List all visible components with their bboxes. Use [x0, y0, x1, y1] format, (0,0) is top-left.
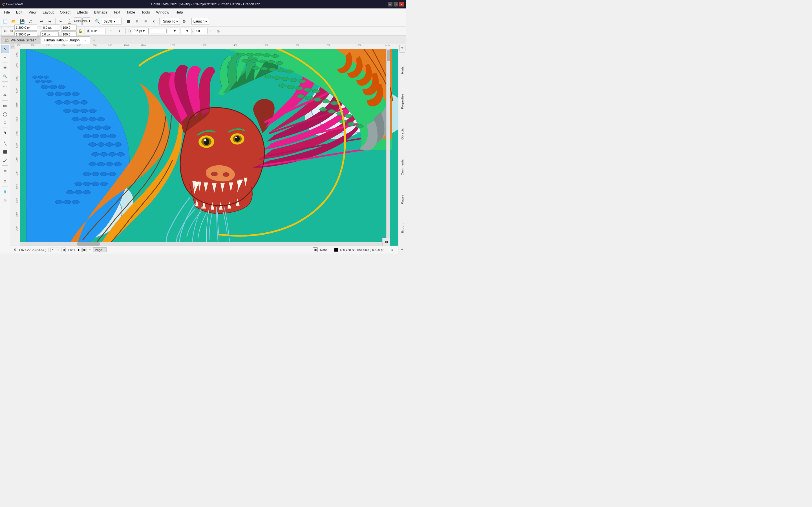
shadow-tool-button[interactable]: ▭	[1, 167, 9, 175]
hints-label[interactable]: Hints	[400, 64, 405, 76]
view4-button[interactable]: ⟪	[150, 17, 158, 25]
cut-button[interactable]: ✂	[57, 17, 65, 25]
view1-button[interactable]: ⬛	[124, 17, 133, 25]
x-position-input[interactable]	[14, 24, 37, 31]
launch-dropdown[interactable]: Launch ▾	[192, 18, 209, 25]
zoom-out-button[interactable]: 🔍	[93, 17, 101, 25]
ruler-left: 2350 2300 2250 2200 2150 2100 2050 2000 …	[15, 49, 20, 245]
last-page-button[interactable]: ⏭	[82, 247, 87, 252]
print-button[interactable]: 🖨	[27, 17, 35, 25]
next-page-button[interactable]: ▶	[77, 247, 82, 252]
corner-inc-button[interactable]: +	[208, 29, 213, 34]
fill-button[interactable]: ▣	[313, 247, 318, 252]
save-button[interactable]: 💾	[18, 17, 26, 25]
export-label[interactable]: Export	[400, 222, 405, 235]
vscroll-thumb[interactable]	[387, 50, 390, 61]
objects-label[interactable]: Objects	[400, 126, 405, 142]
view3-button[interactable]: ⊟	[142, 17, 149, 25]
export-button[interactable]: PDF⬆	[82, 17, 90, 25]
menu-text[interactable]: Text	[110, 9, 123, 15]
settings-status-button[interactable]: ⚙	[12, 247, 18, 252]
zoom-tool-button[interactable]: 🔍	[1, 72, 9, 80]
lock-icon[interactable]: 🔒	[78, 29, 83, 33]
arrow-start-dropdown[interactable]: — ▾	[180, 27, 192, 34]
select-mode-button[interactable]: ⊞	[1, 27, 9, 35]
menu-view[interactable]: View	[26, 9, 39, 15]
stroke-dash-dropdown[interactable]: — ▾	[168, 27, 179, 34]
flip-v-button[interactable]: ⇕	[116, 27, 123, 35]
menu-edit[interactable]: Edit	[13, 9, 25, 15]
tab-dragon[interactable]: Firman Hatibu - Dragon... ✕	[41, 36, 90, 44]
select-tool-button[interactable]: ↖	[1, 45, 9, 53]
ruler-left-mark-2050: 2050	[15, 131, 18, 136]
menu-help[interactable]: Help	[172, 9, 186, 15]
add-panel-button[interactable]: +	[399, 246, 405, 252]
snap-dropdown[interactable]: Snap To ▾	[161, 18, 180, 25]
tab-welcome[interactable]: 🏠 Welcome Screen	[1, 36, 40, 44]
x-coord-input[interactable]	[42, 24, 60, 31]
maximize-button[interactable]: □	[394, 2, 398, 6]
tab-close-icon[interactable]: ✕	[84, 39, 87, 42]
menu-effects[interactable]: Effects	[74, 9, 91, 15]
undo-button[interactable]: ↩	[38, 17, 45, 25]
add-page-button[interactable]: +	[50, 247, 55, 252]
rect-tool-button[interactable]: ▭	[1, 102, 9, 110]
crop-tool-button[interactable]: ✚	[1, 64, 9, 72]
properties-label[interactable]: Properties	[400, 92, 405, 111]
line-tool-button[interactable]: ╲	[1, 139, 9, 147]
text-tool-button[interactable]: A	[1, 129, 9, 137]
ellipse-tool-button[interactable]: ◯	[1, 110, 9, 118]
zoom-fit-icon: ⊞	[385, 240, 388, 244]
poly-tool-button[interactable]: ⬠	[1, 119, 9, 126]
status-zoom-button[interactable]: ⊕	[388, 246, 396, 254]
open-button[interactable]: 📂	[10, 17, 17, 25]
hints-button[interactable]: ?	[399, 45, 405, 51]
menu-object[interactable]: Object	[57, 9, 73, 15]
close-button[interactable]: ✕	[399, 2, 404, 6]
redo-button[interactable]: ↪	[46, 17, 54, 25]
new-button[interactable]: 📄	[1, 17, 9, 25]
add-page2-button[interactable]: +	[88, 247, 92, 252]
vertical-scrollbar[interactable]	[386, 49, 390, 241]
rotation-input[interactable]	[90, 28, 105, 34]
toolbar-sep-4	[123, 18, 123, 24]
menu-file[interactable]: File	[1, 9, 13, 15]
menu-window[interactable]: Window	[153, 9, 172, 15]
more-tools-button[interactable]: ⊕	[214, 27, 222, 35]
pen-tool-button[interactable]: ✏	[1, 91, 9, 99]
canvas-area[interactable]: ⊞	[20, 49, 398, 245]
zoom-fit-button[interactable]: ⊞	[382, 238, 390, 245]
comments-label[interactable]: Comments	[400, 158, 405, 177]
ruler-left-mark-2200: 2200	[15, 89, 18, 94]
prev-page-button[interactable]: ◀	[61, 247, 66, 252]
view2-button[interactable]: ⊞	[133, 17, 141, 25]
copy-button[interactable]: 📋	[65, 17, 73, 25]
pages-label[interactable]: Pages	[400, 193, 405, 206]
transparency-tool-button[interactable]: ⊞	[1, 177, 9, 185]
freehand-tool-button[interactable]: 〰	[1, 83, 9, 91]
first-page-button[interactable]: ⏮	[56, 247, 60, 252]
settings-button[interactable]: ⚙	[181, 17, 188, 25]
minimize-button[interactable]: ─	[388, 2, 393, 6]
menu-bitmaps[interactable]: Bitmaps	[91, 9, 110, 15]
menu-table[interactable]: Table	[123, 9, 138, 15]
tab-dragon-label: Firman Hatibu - Dragon...	[44, 38, 82, 42]
horizontal-scrollbar[interactable]	[20, 242, 390, 245]
connector-tool-button[interactable]: ⊕	[1, 196, 9, 204]
menu-layout[interactable]: Layout	[40, 9, 56, 15]
node-tool-button[interactable]: ⌖	[1, 54, 9, 61]
flip-h-button[interactable]: ⇔	[107, 27, 114, 35]
zoom-dropdown[interactable]: 626% ▾	[102, 18, 121, 25]
add-tab-button[interactable]: +	[91, 37, 98, 44]
width-pct-input[interactable]	[61, 24, 77, 31]
import-button[interactable]: ⬇PDF	[74, 17, 82, 25]
fill-tool-button[interactable]: ⬛	[1, 148, 9, 156]
corner-size-input[interactable]	[195, 28, 207, 34]
logo-icon: C	[2, 2, 5, 6]
toolbar-sep-5	[159, 18, 160, 24]
menu-tools[interactable]: Tools	[139, 9, 153, 15]
paint-tool-button[interactable]: 🖊	[1, 156, 9, 164]
stroke-size-dropdown[interactable]: 0.5 pt ▾	[132, 27, 149, 34]
eyedrop-tool-button[interactable]: 💧	[1, 187, 9, 195]
hscroll-thumb[interactable]	[77, 242, 100, 245]
